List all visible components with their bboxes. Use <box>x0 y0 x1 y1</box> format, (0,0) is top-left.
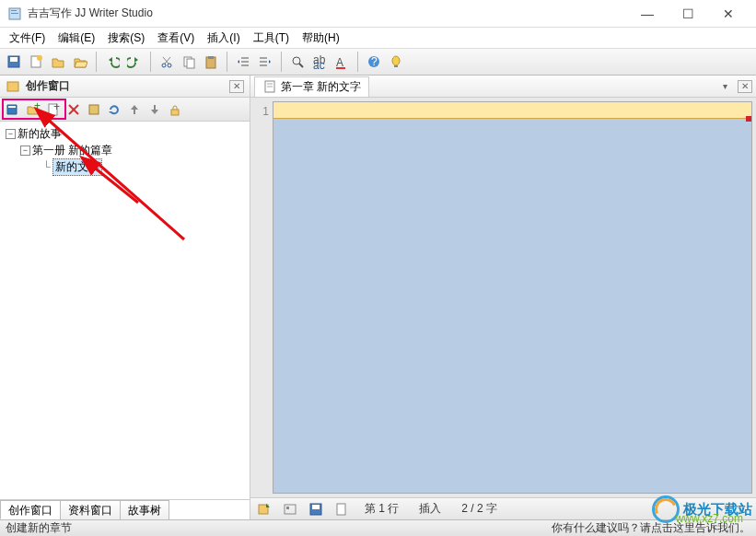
text-editor[interactable] <box>273 101 752 494</box>
toolbar-separator <box>357 52 358 72</box>
char-count: 2 / 2 字 <box>456 501 503 517</box>
cut-icon[interactable] <box>157 52 177 72</box>
menu-file[interactable]: 文件(F) <box>4 29 51 48</box>
menu-edit[interactable]: 编辑(E) <box>52 29 100 48</box>
sb-icon2[interactable] <box>282 501 298 518</box>
tree-chapter[interactable]: − 第一册 新的篇章 <box>6 142 244 158</box>
minimize-button[interactable]: — <box>627 1 668 27</box>
tree-root[interactable]: − 新的故事 <box>6 125 244 142</box>
menu-search[interactable]: 搜索(S) <box>102 29 150 48</box>
line-number: 1 <box>254 105 269 118</box>
redo-icon[interactable] <box>124 52 145 72</box>
font-icon[interactable]: A <box>331 52 352 72</box>
svg-rect-32 <box>8 106 16 108</box>
statusbar: 创建新的章节 你有什么建议吗？请点击这里告诉我们。 <box>0 519 756 536</box>
tree-document[interactable]: └ 新的文字 <box>6 158 244 175</box>
refresh-icon[interactable] <box>105 100 123 119</box>
sb-icon4[interactable] <box>333 501 350 518</box>
editor-container: 1 <box>250 98 756 497</box>
app-icon <box>7 6 22 21</box>
menu-tools[interactable]: 工具(T) <box>248 29 295 48</box>
edit-mode: 插入 <box>413 501 447 517</box>
up-icon[interactable] <box>125 100 144 119</box>
svg-point-21 <box>293 57 300 64</box>
side-tab-storytree[interactable]: 故事树 <box>120 500 169 519</box>
side-panel: 创作窗口 ✕ + + − 新的故事 − 第一册 新的篇章 <box>0 76 250 519</box>
svg-rect-31 <box>7 82 18 91</box>
side-panel-tabs: 创作窗口 资料窗口 故事树 <box>0 499 250 519</box>
main-toolbar: abac A ? <box>0 48 756 76</box>
tree-root-label[interactable]: 新的故事 <box>17 126 62 142</box>
side-tab-resource[interactable]: 资料窗口 <box>60 500 121 519</box>
svg-point-8 <box>168 64 171 67</box>
svg-text:+: + <box>53 102 60 113</box>
editor-panel: 第一章 新的文字 ▾ ✕ 1 第 1 行 插入 2 / 2 字 <box>250 76 756 519</box>
status-left: 创建新的章节 <box>6 520 72 536</box>
editor-marker <box>746 116 751 122</box>
svg-rect-38 <box>89 105 99 114</box>
folder-open-icon[interactable] <box>70 52 90 72</box>
paste-icon[interactable] <box>201 52 221 72</box>
sb-icon1[interactable] <box>256 501 273 518</box>
toolbar-separator <box>96 52 97 72</box>
indent-left-icon[interactable] <box>233 52 253 72</box>
svg-point-7 <box>162 64 166 67</box>
svg-line-22 <box>299 64 303 67</box>
document-icon <box>262 79 277 94</box>
page-add-icon[interactable]: + <box>44 100 63 119</box>
new-icon[interactable] <box>26 52 46 72</box>
menubar: 文件(F) 编辑(E) 搜索(S) 查看(V) 插入(I) 工具(T) 帮助(H… <box>0 28 756 48</box>
svg-rect-14 <box>208 56 214 59</box>
tree-collapse-icon[interactable]: − <box>6 129 16 139</box>
document-tab[interactable]: 第一章 新的文字 <box>254 76 369 97</box>
menu-insert[interactable]: 插入(I) <box>202 29 245 48</box>
replace-icon[interactable]: abac <box>309 52 330 72</box>
menu-help[interactable]: 帮助(H) <box>297 29 345 48</box>
svg-rect-39 <box>171 110 179 115</box>
find-icon[interactable] <box>287 52 308 72</box>
book2-icon[interactable] <box>85 100 103 119</box>
menu-view[interactable]: 查看(V) <box>152 29 200 48</box>
watermark: 极光下载站 www.xz7.com <box>652 495 752 523</box>
copy-icon[interactable] <box>179 52 199 72</box>
svg-text:?: ? <box>371 55 378 68</box>
down-icon[interactable] <box>145 100 164 119</box>
document-tabbar: 第一章 新的文字 ▾ ✕ <box>250 76 756 98</box>
svg-point-29 <box>392 56 400 65</box>
tree-document-label[interactable]: 新的文字 <box>52 158 102 176</box>
open-icon[interactable] <box>48 52 68 72</box>
close-button[interactable]: ✕ <box>708 1 749 27</box>
svg-rect-44 <box>285 505 296 514</box>
save-icon[interactable] <box>4 52 24 72</box>
undo-icon[interactable] <box>102 52 122 72</box>
folder-add-icon[interactable]: + <box>24 100 42 119</box>
window-title: 吉吉写作 JJ Writer Studio <box>28 6 627 21</box>
editor-current-line[interactable] <box>273 102 751 119</box>
help-icon[interactable]: ? <box>364 52 384 72</box>
svg-text:+: + <box>34 102 41 112</box>
maximize-button[interactable]: ☐ <box>668 1 708 27</box>
svg-rect-47 <box>312 505 320 509</box>
tree-collapse-icon[interactable]: − <box>20 146 30 156</box>
side-panel-toolbar: + + <box>0 98 250 122</box>
tree-leaf-icon: └ <box>42 160 51 173</box>
tab-dropdown-icon[interactable]: ▾ <box>717 80 732 93</box>
lock-icon[interactable] <box>166 100 184 119</box>
side-tab-create[interactable]: 创作窗口 <box>0 500 61 519</box>
tree-chapter-label[interactable]: 第一册 新的篇章 <box>32 143 112 158</box>
indent-right-icon[interactable] <box>255 52 275 72</box>
svg-text:ac: ac <box>313 59 325 69</box>
sb-save-icon[interactable] <box>308 501 324 518</box>
tab-close-button[interactable]: ✕ <box>738 80 752 93</box>
panel-close-button[interactable]: ✕ <box>229 80 244 93</box>
watermark-url: www.xz7.com <box>676 512 743 525</box>
book-icon[interactable] <box>4 100 22 119</box>
svg-rect-45 <box>286 507 289 509</box>
toolbar-separator <box>281 52 282 72</box>
tree-view[interactable]: − 新的故事 − 第一册 新的篇章 └ 新的文字 <box>0 122 250 499</box>
delete-icon[interactable] <box>64 100 83 119</box>
tip-icon[interactable] <box>386 52 406 72</box>
svg-rect-2 <box>11 13 18 14</box>
svg-rect-1 <box>11 10 17 11</box>
window-titlebar: 吉吉写作 JJ Writer Studio — ☐ ✕ <box>0 0 756 28</box>
